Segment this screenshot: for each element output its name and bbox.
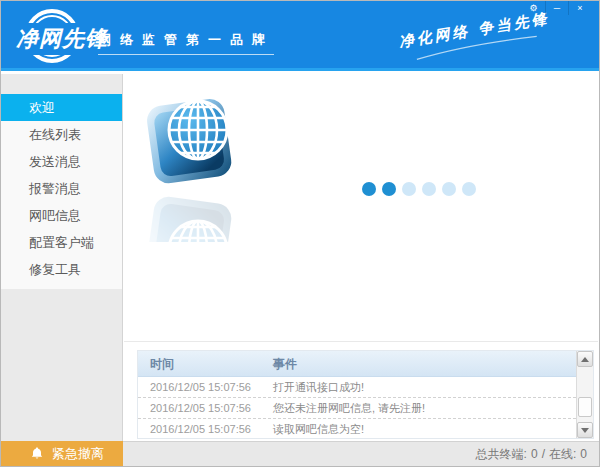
arrow-down-icon (581, 428, 589, 433)
sidebar-item-2[interactable]: 发送消息 (1, 148, 122, 175)
cell-event: 您还未注册网吧信息, 请先注册! (273, 398, 425, 418)
separator-line (124, 341, 598, 342)
gear-icon: ⚙ (529, 3, 537, 13)
main-panel: 时间 事件 2016/12/05 15:07:56 打开通讯接口成功! 2016… (124, 74, 598, 441)
sidebar-item-3[interactable]: 报警消息 (1, 175, 122, 202)
arrow-up-icon (581, 357, 589, 362)
cell-time: 2016/12/05 15:07:56 (138, 398, 273, 418)
emergency-evacuate-button[interactable]: 紧急撤离 (1, 441, 123, 466)
table-header: 时间 事件 (138, 351, 593, 377)
cell-event: 读取网吧信息为空! (273, 419, 364, 438)
sidebar-item-1[interactable]: 在线列表 (1, 121, 122, 148)
logo-text: 净网先锋 (13, 23, 111, 55)
status-online-value: 0 (580, 447, 587, 461)
cell-event: 打开通讯接口成功! (273, 377, 364, 397)
loading-dots (362, 182, 476, 196)
header-slogan: 净化网络 争当先锋 (397, 9, 552, 63)
close-icon: × (577, 3, 582, 13)
status-online-label: 在线: (549, 446, 576, 463)
minimize-icon: ─ (554, 3, 560, 13)
table-body: 2016/12/05 15:07:56 打开通讯接口成功! 2016/12/05… (138, 377, 576, 438)
scrollbar-thumb[interactable] (578, 397, 592, 417)
cell-time: 2016/12/05 15:07:56 (138, 377, 273, 397)
status-bar: 总共终端: 0 / 在线: 0 (123, 441, 599, 466)
column-header-time: 时间 (138, 351, 273, 376)
loading-dot-0 (362, 182, 376, 196)
scroll-down-button[interactable] (577, 422, 593, 438)
event-log-table: 时间 事件 2016/12/05 15:07:56 打开通讯接口成功! 2016… (137, 350, 594, 439)
cell-time: 2016/12/05 15:07:56 (138, 419, 273, 438)
bell-icon (31, 447, 43, 460)
minimize-button[interactable]: ─ (545, 1, 568, 15)
loading-dot-4 (442, 182, 456, 196)
loading-dot-3 (422, 182, 436, 196)
sidebar-item-4[interactable]: 网吧信息 (1, 202, 122, 229)
loading-dot-2 (402, 182, 416, 196)
table-row-0[interactable]: 2016/12/05 15:07:56 打开通讯接口成功! (138, 377, 576, 398)
sidebar-item-6[interactable]: 修复工具 (1, 256, 122, 283)
close-button[interactable]: × (568, 1, 591, 15)
loading-dot-1 (382, 182, 396, 196)
app-logo: 净网先锋 (13, 8, 109, 66)
status-separator: / (542, 447, 545, 461)
header: 净网先锋 网络监管第一品牌 净化网络 争当先锋 ⚙ ─ × (1, 1, 599, 71)
status-total-value: 0 (531, 447, 538, 461)
sidebar-item-5[interactable]: 配置客户端 (1, 229, 122, 256)
table-row-1[interactable]: 2016/12/05 15:07:56 您还未注册网吧信息, 请先注册! (138, 398, 576, 419)
window-controls: ⚙ ─ × (522, 1, 591, 15)
column-header-event: 事件 (273, 351, 297, 376)
header-tagline: 网络监管第一品牌 (98, 31, 274, 55)
status-total-label: 总共终端: (476, 446, 527, 463)
globe-icon (142, 90, 242, 242)
table-scrollbar[interactable] (576, 351, 593, 438)
loading-dot-5 (462, 182, 476, 196)
emergency-label: 紧急撤离 (52, 445, 104, 463)
settings-button[interactable]: ⚙ (522, 1, 545, 15)
sidebar: 欢迎 在线列表 发送消息 报警消息 网吧信息 配置客户端 修复工具 (1, 74, 123, 441)
scroll-up-button[interactable] (577, 351, 593, 367)
sidebar-item-0[interactable]: 欢迎 (1, 94, 122, 121)
table-row-2[interactable]: 2016/12/05 15:07:56 读取网吧信息为空! (138, 419, 576, 438)
app-window: 净网先锋 网络监管第一品牌 净化网络 争当先锋 ⚙ ─ × 欢迎 (0, 0, 600, 467)
sidebar-menu: 欢迎 在线列表 发送消息 报警消息 网吧信息 配置客户端 修复工具 (1, 94, 122, 289)
